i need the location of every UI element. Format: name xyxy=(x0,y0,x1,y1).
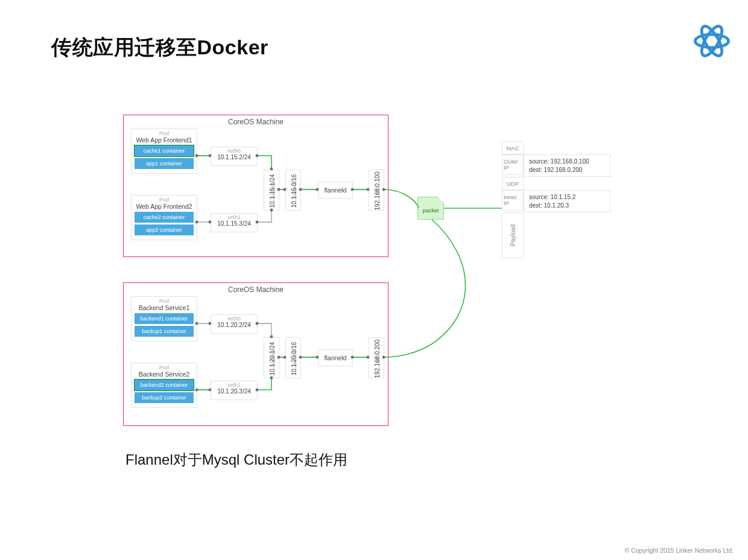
machine1-title: CoreOS Machine xyxy=(228,118,284,126)
coreos-machine-1: CoreOS Machine Pod Web App Frontend1 cac… xyxy=(123,115,388,257)
outerip-src: source: 192.168.0.100 xyxy=(529,158,605,166)
docker0-ip: 10.1.15.1/24 xyxy=(269,171,276,211)
veth0-box-m1: veth0 10.1.15.2/24 xyxy=(211,147,258,166)
network-wires xyxy=(0,0,748,560)
pod-web-app-frontend2: Pod Web App Frontend2 cache2 container a… xyxy=(131,195,197,240)
backup1-container: backup1 container xyxy=(135,326,194,337)
veth0-label: veth0 xyxy=(211,316,257,322)
veth1-ip: 10.1.15.3/24 xyxy=(211,220,257,227)
flanneld-box-m2: flanneld xyxy=(318,349,353,366)
eth0-box-m1: eth0 192.168.0.100 xyxy=(369,170,384,211)
pod-label: Pod xyxy=(132,298,197,304)
innerip-src: source: 10.1.15.2 xyxy=(529,193,605,202)
pod-label: Pod xyxy=(132,364,197,371)
veth1-box-m1: veth1 10.1.15.3/24 xyxy=(211,213,258,232)
veth0-ip: 10.1.15.2/24 xyxy=(211,154,257,161)
eth0-ip: 192.168.0.200 xyxy=(374,334,381,384)
coreos-machine-2: CoreOS Machine Pod Backend Service1 back… xyxy=(123,282,388,426)
docker0-box-m1: docker0 10.1.15.1/24 xyxy=(264,170,279,211)
linker-logo-icon xyxy=(694,23,730,59)
app1-container: app1 container xyxy=(135,158,194,169)
backend2-container: backend2 container xyxy=(135,380,194,390)
slide-caption: Flannel对于Mysql Cluster不起作用 xyxy=(125,450,347,469)
pstack-innerip-body: source: 10.1.15.2 dest: 10.1.20.3 xyxy=(524,190,610,212)
veth1-ip: 10.1.20.3/24 xyxy=(211,388,257,395)
veth1-box-m2: veth1 10.1.20.3/24 xyxy=(211,381,258,400)
veth0-ip: 10.1.20.2/24 xyxy=(211,322,257,328)
backup2-container: backup2 container xyxy=(135,392,194,403)
app2-container: app2 container xyxy=(135,224,194,235)
eth0-ip: 192.168.0.100 xyxy=(374,167,381,216)
flannel0-box-m2: flannel0 10.1.20.0/16 xyxy=(285,337,301,378)
pstack-payload: Payload xyxy=(502,212,524,258)
veth1-label: veth1 xyxy=(211,382,257,388)
pod-name: Backend Service1 xyxy=(132,304,197,311)
eth0-box-m2: eth0 192.168.0.200 xyxy=(369,337,384,378)
docker0-ip: 10.1.20.1/24 xyxy=(269,339,276,379)
veth1-label: veth1 xyxy=(211,214,257,220)
slide-title: 传统应用迁移至Docker xyxy=(51,34,268,62)
copyright-text: © Copyright 2015 Linker Networks Ltd. xyxy=(625,547,734,554)
pod-name: Web App Frontend2 xyxy=(132,203,197,210)
outerip-dst: dest: 192.168.0.200 xyxy=(529,166,605,174)
pstack-mac: MAC xyxy=(502,141,524,154)
svg-point-0 xyxy=(695,34,728,48)
pod-web-app-frontend1: Pod Web App Frontend1 cache1 container a… xyxy=(131,129,197,174)
flannel0-ip: 10.1.20.0/16 xyxy=(291,339,297,379)
packet-icon: packet xyxy=(417,197,444,220)
veth0-label: veth0 xyxy=(211,148,257,154)
flanneld-box-m1: flanneld xyxy=(318,182,353,199)
backend1-container: backend1 container xyxy=(135,313,194,324)
pod-backend-service2: Pod Backend Service2 backend2 container … xyxy=(131,363,197,408)
flannel0-ip: 10.1.15.0/16 xyxy=(291,171,297,211)
packet-structure: MAC Outer IP source: 192.168.0.100 dest:… xyxy=(502,141,610,258)
flannel0-box-m1: flannel0 10.1.15.0/16 xyxy=(285,170,301,211)
cache2-container: cache2 container xyxy=(135,212,194,223)
pod-name: Web App Frontend1 xyxy=(132,136,197,144)
veth0-box-m2: veth0 10.1.20.2/24 xyxy=(211,314,258,334)
pod-label: Pod xyxy=(132,130,197,136)
innerip-dst: dest: 10.1.20.3 xyxy=(529,202,605,210)
pod-backend-service1: Pod Backend Service1 backend1 container … xyxy=(131,296,197,342)
cache1-container: cache1 container xyxy=(135,145,194,156)
docker0-box-m2: docker0 10.1.20.1/24 xyxy=(264,337,279,378)
pstack-innerip-label: Inner IP xyxy=(502,190,524,211)
machine2-title: CoreOS Machine xyxy=(228,285,284,294)
pod-name: Backend Service2 xyxy=(132,371,197,378)
pstack-udp: UDP xyxy=(502,177,524,190)
pod-label: Pod xyxy=(132,197,197,203)
pstack-outerip-body: source: 192.168.0.100 dest: 192.168.0.20… xyxy=(524,154,610,177)
pstack-outerip-label: Outer IP xyxy=(502,154,524,175)
